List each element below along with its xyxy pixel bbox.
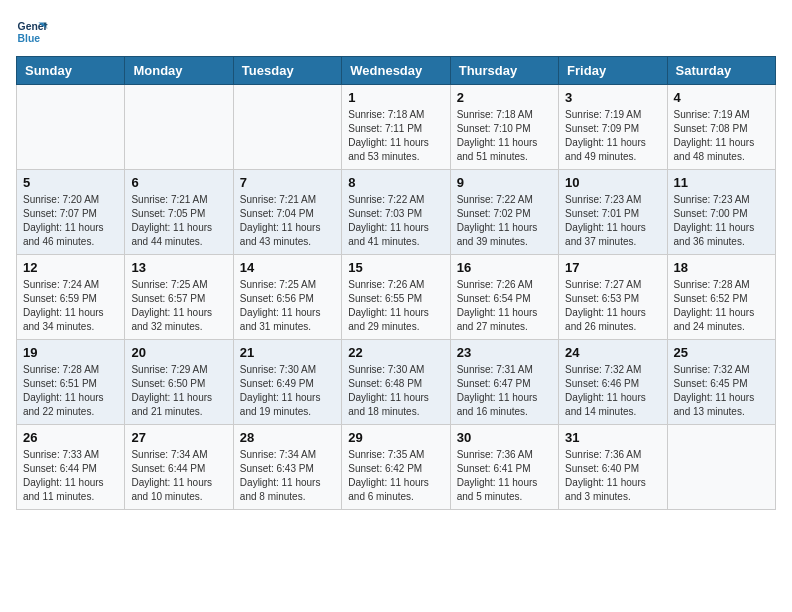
week-row-1: 5Sunrise: 7:20 AM Sunset: 7:07 PM Daylig… [17, 170, 776, 255]
day-cell: 27Sunrise: 7:34 AM Sunset: 6:44 PM Dayli… [125, 425, 233, 510]
cell-content: Sunrise: 7:18 AM Sunset: 7:10 PM Dayligh… [457, 108, 552, 164]
day-number: 26 [23, 430, 118, 445]
day-number: 12 [23, 260, 118, 275]
header-cell-monday: Monday [125, 57, 233, 85]
calendar-table: SundayMondayTuesdayWednesdayThursdayFrid… [16, 56, 776, 510]
day-number: 13 [131, 260, 226, 275]
cell-content: Sunrise: 7:34 AM Sunset: 6:43 PM Dayligh… [240, 448, 335, 504]
day-cell: 21Sunrise: 7:30 AM Sunset: 6:49 PM Dayli… [233, 340, 341, 425]
header-row: SundayMondayTuesdayWednesdayThursdayFrid… [17, 57, 776, 85]
day-cell: 23Sunrise: 7:31 AM Sunset: 6:47 PM Dayli… [450, 340, 558, 425]
day-cell: 10Sunrise: 7:23 AM Sunset: 7:01 PM Dayli… [559, 170, 667, 255]
day-number: 23 [457, 345, 552, 360]
day-cell: 1Sunrise: 7:18 AM Sunset: 7:11 PM Daylig… [342, 85, 450, 170]
day-cell: 2Sunrise: 7:18 AM Sunset: 7:10 PM Daylig… [450, 85, 558, 170]
day-number: 29 [348, 430, 443, 445]
cell-content: Sunrise: 7:25 AM Sunset: 6:56 PM Dayligh… [240, 278, 335, 334]
day-cell: 30Sunrise: 7:36 AM Sunset: 6:41 PM Dayli… [450, 425, 558, 510]
header-cell-friday: Friday [559, 57, 667, 85]
day-number: 2 [457, 90, 552, 105]
day-cell [17, 85, 125, 170]
day-number: 30 [457, 430, 552, 445]
day-number: 11 [674, 175, 769, 190]
day-cell: 14Sunrise: 7:25 AM Sunset: 6:56 PM Dayli… [233, 255, 341, 340]
day-cell: 19Sunrise: 7:28 AM Sunset: 6:51 PM Dayli… [17, 340, 125, 425]
cell-content: Sunrise: 7:22 AM Sunset: 7:03 PM Dayligh… [348, 193, 443, 249]
cell-content: Sunrise: 7:20 AM Sunset: 7:07 PM Dayligh… [23, 193, 118, 249]
cell-content: Sunrise: 7:21 AM Sunset: 7:05 PM Dayligh… [131, 193, 226, 249]
day-number: 1 [348, 90, 443, 105]
cell-content: Sunrise: 7:19 AM Sunset: 7:09 PM Dayligh… [565, 108, 660, 164]
cell-content: Sunrise: 7:27 AM Sunset: 6:53 PM Dayligh… [565, 278, 660, 334]
day-number: 20 [131, 345, 226, 360]
day-number: 31 [565, 430, 660, 445]
calendar-body: 1Sunrise: 7:18 AM Sunset: 7:11 PM Daylig… [17, 85, 776, 510]
day-number: 28 [240, 430, 335, 445]
cell-content: Sunrise: 7:18 AM Sunset: 7:11 PM Dayligh… [348, 108, 443, 164]
day-cell: 12Sunrise: 7:24 AM Sunset: 6:59 PM Dayli… [17, 255, 125, 340]
cell-content: Sunrise: 7:36 AM Sunset: 6:41 PM Dayligh… [457, 448, 552, 504]
cell-content: Sunrise: 7:23 AM Sunset: 7:00 PM Dayligh… [674, 193, 769, 249]
day-number: 5 [23, 175, 118, 190]
day-cell: 5Sunrise: 7:20 AM Sunset: 7:07 PM Daylig… [17, 170, 125, 255]
cell-content: Sunrise: 7:32 AM Sunset: 6:45 PM Dayligh… [674, 363, 769, 419]
day-number: 10 [565, 175, 660, 190]
day-cell: 16Sunrise: 7:26 AM Sunset: 6:54 PM Dayli… [450, 255, 558, 340]
cell-content: Sunrise: 7:35 AM Sunset: 6:42 PM Dayligh… [348, 448, 443, 504]
day-cell: 22Sunrise: 7:30 AM Sunset: 6:48 PM Dayli… [342, 340, 450, 425]
cell-content: Sunrise: 7:30 AM Sunset: 6:49 PM Dayligh… [240, 363, 335, 419]
day-number: 25 [674, 345, 769, 360]
day-cell: 24Sunrise: 7:32 AM Sunset: 6:46 PM Dayli… [559, 340, 667, 425]
day-cell [125, 85, 233, 170]
day-number: 24 [565, 345, 660, 360]
day-number: 19 [23, 345, 118, 360]
cell-content: Sunrise: 7:23 AM Sunset: 7:01 PM Dayligh… [565, 193, 660, 249]
day-cell: 3Sunrise: 7:19 AM Sunset: 7:09 PM Daylig… [559, 85, 667, 170]
svg-text:Blue: Blue [18, 33, 41, 44]
day-cell: 15Sunrise: 7:26 AM Sunset: 6:55 PM Dayli… [342, 255, 450, 340]
day-number: 22 [348, 345, 443, 360]
day-number: 18 [674, 260, 769, 275]
day-number: 16 [457, 260, 552, 275]
day-number: 14 [240, 260, 335, 275]
day-cell [233, 85, 341, 170]
day-cell: 11Sunrise: 7:23 AM Sunset: 7:00 PM Dayli… [667, 170, 775, 255]
week-row-3: 19Sunrise: 7:28 AM Sunset: 6:51 PM Dayli… [17, 340, 776, 425]
day-cell: 20Sunrise: 7:29 AM Sunset: 6:50 PM Dayli… [125, 340, 233, 425]
week-row-2: 12Sunrise: 7:24 AM Sunset: 6:59 PM Dayli… [17, 255, 776, 340]
day-cell: 28Sunrise: 7:34 AM Sunset: 6:43 PM Dayli… [233, 425, 341, 510]
cell-content: Sunrise: 7:21 AM Sunset: 7:04 PM Dayligh… [240, 193, 335, 249]
header-cell-thursday: Thursday [450, 57, 558, 85]
logo: General Blue [16, 16, 52, 48]
day-cell: 9Sunrise: 7:22 AM Sunset: 7:02 PM Daylig… [450, 170, 558, 255]
cell-content: Sunrise: 7:28 AM Sunset: 6:51 PM Dayligh… [23, 363, 118, 419]
cell-content: Sunrise: 7:26 AM Sunset: 6:54 PM Dayligh… [457, 278, 552, 334]
logo-icon: General Blue [16, 16, 48, 48]
day-number: 21 [240, 345, 335, 360]
day-number: 8 [348, 175, 443, 190]
day-cell: 31Sunrise: 7:36 AM Sunset: 6:40 PM Dayli… [559, 425, 667, 510]
header-cell-wednesday: Wednesday [342, 57, 450, 85]
cell-content: Sunrise: 7:33 AM Sunset: 6:44 PM Dayligh… [23, 448, 118, 504]
day-number: 9 [457, 175, 552, 190]
day-number: 3 [565, 90, 660, 105]
week-row-4: 26Sunrise: 7:33 AM Sunset: 6:44 PM Dayli… [17, 425, 776, 510]
day-cell: 8Sunrise: 7:22 AM Sunset: 7:03 PM Daylig… [342, 170, 450, 255]
header-cell-saturday: Saturday [667, 57, 775, 85]
day-cell: 4Sunrise: 7:19 AM Sunset: 7:08 PM Daylig… [667, 85, 775, 170]
cell-content: Sunrise: 7:19 AM Sunset: 7:08 PM Dayligh… [674, 108, 769, 164]
header-cell-tuesday: Tuesday [233, 57, 341, 85]
day-cell: 26Sunrise: 7:33 AM Sunset: 6:44 PM Dayli… [17, 425, 125, 510]
cell-content: Sunrise: 7:24 AM Sunset: 6:59 PM Dayligh… [23, 278, 118, 334]
cell-content: Sunrise: 7:30 AM Sunset: 6:48 PM Dayligh… [348, 363, 443, 419]
day-cell: 6Sunrise: 7:21 AM Sunset: 7:05 PM Daylig… [125, 170, 233, 255]
day-number: 4 [674, 90, 769, 105]
day-number: 15 [348, 260, 443, 275]
day-cell [667, 425, 775, 510]
cell-content: Sunrise: 7:31 AM Sunset: 6:47 PM Dayligh… [457, 363, 552, 419]
day-number: 7 [240, 175, 335, 190]
day-cell: 7Sunrise: 7:21 AM Sunset: 7:04 PM Daylig… [233, 170, 341, 255]
cell-content: Sunrise: 7:36 AM Sunset: 6:40 PM Dayligh… [565, 448, 660, 504]
cell-content: Sunrise: 7:28 AM Sunset: 6:52 PM Dayligh… [674, 278, 769, 334]
day-cell: 25Sunrise: 7:32 AM Sunset: 6:45 PM Dayli… [667, 340, 775, 425]
